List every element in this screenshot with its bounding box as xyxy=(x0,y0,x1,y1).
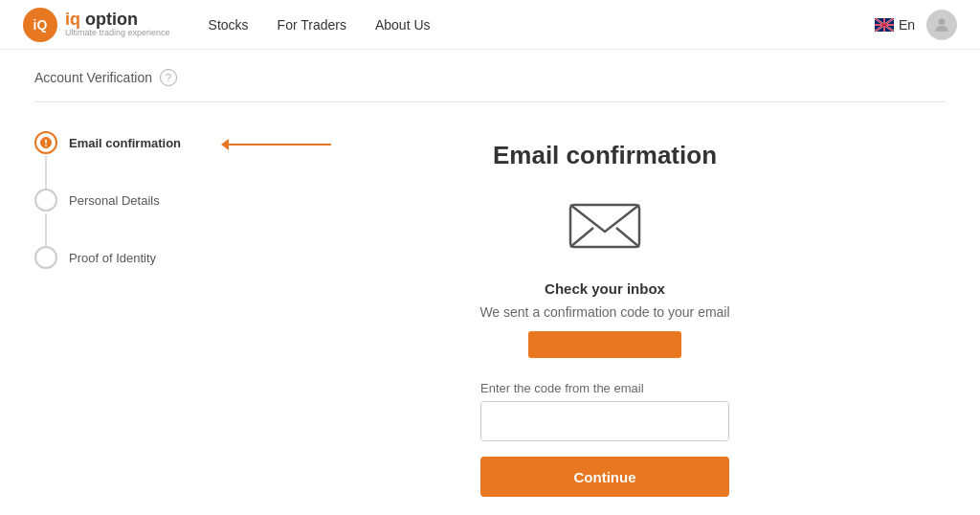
step-personal-details: Personal Details xyxy=(34,189,226,246)
divider xyxy=(34,101,946,102)
nav-stocks[interactable]: Stocks xyxy=(209,17,249,33)
nav-for-traders[interactable]: For Traders xyxy=(278,17,346,33)
steps-sidebar: Email confirmation Personal Details Proo… xyxy=(34,131,226,515)
language-label: En xyxy=(899,17,915,33)
svg-point-14 xyxy=(45,145,47,146)
continue-button[interactable]: Continue xyxy=(480,457,729,497)
page-container: Account Verification ? Email confirmatio… xyxy=(11,50,969,515)
language-selector[interactable]: En xyxy=(875,17,915,33)
step-email-confirmation: Email confirmation xyxy=(34,131,226,189)
step-dot-personal xyxy=(34,189,57,212)
info-icon[interactable]: ? xyxy=(160,69,177,86)
envelope-svg xyxy=(567,197,643,255)
svg-line-18 xyxy=(570,228,593,247)
avatar-icon xyxy=(932,15,951,34)
step-label-identity: Proof of Identity xyxy=(69,251,156,265)
svg-rect-17 xyxy=(570,205,639,247)
code-input-label: Enter the code from the email xyxy=(480,381,729,395)
logo-text: iq option Ultimate trading experience xyxy=(65,11,170,38)
arrow-annotation xyxy=(221,133,336,156)
envelope-icon xyxy=(567,197,643,258)
exclamation-icon xyxy=(40,137,52,148)
svg-point-11 xyxy=(939,18,946,25)
breadcrumb-text: Account Verification xyxy=(34,70,152,85)
svg-text:iQ: iQ xyxy=(33,17,48,33)
user-avatar[interactable] xyxy=(926,10,957,40)
step-proof-identity: Proof of Identity xyxy=(34,246,226,269)
logo[interactable]: iQ iq option Ultimate trading experience xyxy=(23,8,170,42)
code-input[interactable] xyxy=(480,401,729,441)
check-inbox-label: Check your inbox xyxy=(545,280,665,297)
step-label-email: Email confirmation xyxy=(69,136,181,150)
breadcrumb: Account Verification ? xyxy=(34,69,946,86)
page-title: Email confirmation xyxy=(493,141,717,170)
sent-message-text: We sent a confirmation code to your emai… xyxy=(479,304,729,320)
svg-marker-16 xyxy=(221,139,229,150)
masked-email-field xyxy=(528,331,681,358)
step-label-personal: Personal Details xyxy=(69,193,160,208)
step-dot-email xyxy=(34,131,57,154)
content-area: Email confirmation Check your inbox We s… xyxy=(264,131,946,515)
logo-brand: iq option xyxy=(65,11,170,28)
logo-tagline: Ultimate trading experience xyxy=(65,28,170,38)
main-layout: Email confirmation Personal Details Proo… xyxy=(34,131,946,515)
code-input-wrapper: Enter the code from the email xyxy=(480,381,729,441)
step-dot-identity xyxy=(34,246,57,269)
header: iQ iq option Ultimate trading experience… xyxy=(0,0,980,50)
nav-about-us[interactable]: About Us xyxy=(375,17,431,33)
svg-line-19 xyxy=(616,228,639,247)
main-nav: Stocks For Traders About Us xyxy=(209,17,875,33)
header-right: En xyxy=(875,10,957,40)
logo-icon: iQ xyxy=(23,8,57,42)
info-icon-label: ? xyxy=(166,72,171,83)
svg-rect-13 xyxy=(45,140,47,145)
flag-icon xyxy=(875,18,894,32)
